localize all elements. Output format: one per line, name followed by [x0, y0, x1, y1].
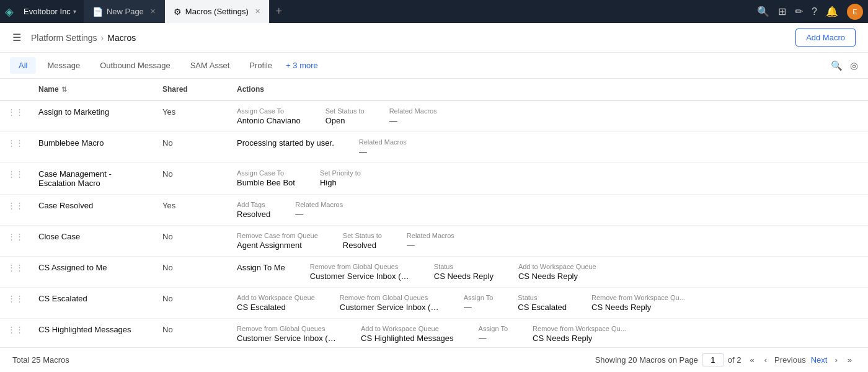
col-header-name[interactable]: Name ⇅ [31, 79, 155, 100]
table-filter-icon[interactable]: ◎ [850, 60, 858, 71]
action-value: Processing started by user. [237, 138, 334, 148]
action-group: StatusCS Needs Reply [434, 263, 494, 281]
page-input[interactable] [702, 353, 724, 366]
macro-actions-cell: Processing started by user.Related Macro… [229, 132, 868, 163]
action-label: Remove Case from Queue [237, 232, 318, 239]
drag-handle[interactable]: ⋮⋮ [0, 132, 31, 163]
action-group: Set Status toOpen [326, 107, 365, 125]
action-value: Customer Service Inbox (G... [310, 272, 409, 281]
prev-label: Previous [774, 355, 806, 365]
edit-icon[interactable]: ✏ [795, 6, 803, 17]
add-tab-button[interactable]: + [270, 0, 288, 23]
action-label: Remove from Workspace Qu... [533, 325, 626, 332]
drag-handle[interactable]: ⋮⋮ [0, 163, 31, 195]
filter-tab-more[interactable]: + 3 more [286, 61, 318, 70]
action-label: Assign Case To [237, 107, 301, 115]
tab-macros-settings[interactable]: ⚙ Macros (Settings) ✕ [165, 0, 270, 23]
action-value: CS Escalated [237, 303, 315, 312]
tab-new-page-icon: 📄 [92, 7, 103, 17]
table-row: ⋮⋮Case Management - Escalation MacroNoAs… [0, 163, 868, 195]
app-name-label: Evoltobor Inc [24, 7, 71, 16]
app-name-button[interactable]: Evoltobor Inc ▾ [19, 0, 81, 23]
action-value: High [320, 178, 361, 187]
action-group: Processing started by user. [237, 138, 334, 156]
action-label: Status [518, 294, 567, 301]
action-group: Assign To— [464, 294, 494, 312]
first-page-button[interactable]: « [746, 354, 758, 366]
action-group: Related Macros— [359, 138, 407, 156]
grid-icon[interactable]: ⊞ [778, 6, 786, 17]
tab-new-page-close-icon[interactable]: ✕ [150, 7, 156, 16]
col-header-actions: Actions [229, 79, 868, 100]
action-group: Set Status toResolved [343, 232, 382, 250]
action-group: Assign Case ToBumble Bee Bot [237, 169, 295, 187]
action-group: Add to Workspace QueueCS Highlighted Mes… [361, 325, 454, 343]
table-row: ⋮⋮Case ResolvedYesAdd TagsResolvedRelate… [0, 195, 868, 226]
macro-name-cell: Case Resolved [31, 195, 155, 226]
drag-handle[interactable]: ⋮⋮ [0, 100, 31, 132]
table-container: Name ⇅ Shared Actions ⋮⋮Assign to Market… [0, 79, 868, 347]
action-value: Open [326, 116, 365, 125]
breadcrumb: Platform Settings › Macros [31, 33, 136, 43]
drag-handle[interactable]: ⋮⋮ [0, 257, 31, 288]
macro-shared-cell: No [155, 257, 229, 288]
action-label: Related Macros [295, 201, 343, 208]
tab-macros-close-icon[interactable]: ✕ [255, 7, 260, 16]
drag-handle[interactable]: ⋮⋮ [0, 319, 31, 348]
action-group: Related Macros— [295, 201, 343, 219]
filter-tab-all[interactable]: All [10, 57, 36, 74]
action-group: Remove from Global QueuesCustomer Servic… [340, 294, 439, 312]
action-label: Add to Workspace Queue [237, 294, 315, 301]
tab-macros-label: Macros (Settings) [185, 7, 249, 16]
action-value: Resolved [343, 241, 382, 250]
table-row: ⋮⋮CS EscalatedNoAdd to Workspace QueueCS… [0, 288, 868, 319]
action-label: Status [434, 263, 494, 270]
action-group: Related Macros— [407, 232, 454, 250]
action-label: Related Macros [359, 138, 407, 146]
action-label: Set Status to [343, 232, 382, 239]
sort-icon: ⇅ [61, 86, 67, 94]
drag-handle[interactable]: ⋮⋮ [0, 195, 31, 226]
action-label: Add to Workspace Queue [518, 263, 596, 270]
filter-tab-outbound[interactable]: Outbound Message [91, 57, 179, 74]
table-search-icon[interactable]: 🔍 [831, 60, 843, 71]
action-label: Set Status to [326, 107, 365, 115]
next-page-button[interactable]: › [831, 354, 841, 366]
avatar[interactable]: E [847, 4, 863, 20]
app-name-chevron-icon: ▾ [73, 8, 76, 15]
action-value: Customer Service Inbox (G... [340, 303, 439, 312]
header-left: ☰ Platform Settings › Macros [12, 32, 136, 43]
drag-handle[interactable]: ⋮⋮ [0, 288, 31, 319]
action-group: Remove from Global QueuesCustomer Servic… [310, 263, 409, 281]
filter-tab-profile[interactable]: Profile [241, 57, 281, 74]
showing-label: Showing 20 Macros on Page [595, 355, 698, 365]
macro-shared-cell: No [155, 226, 229, 257]
macro-name-cell: CS Escalated [31, 288, 155, 319]
macro-shared-cell: No [155, 319, 229, 348]
table-row: ⋮⋮Assign to MarketingYesAssign Case ToAn… [0, 100, 868, 132]
bell-icon[interactable]: 🔔 [826, 6, 838, 17]
search-icon[interactable]: 🔍 [757, 6, 769, 17]
filter-tab-message[interactable]: Message [38, 57, 89, 74]
filter-tab-sam-asset[interactable]: SAM Asset [182, 57, 239, 74]
breadcrumb-current: Macros [107, 33, 136, 43]
action-value: Antonio Chaviano [237, 116, 301, 125]
drag-handle[interactable]: ⋮⋮ [0, 226, 31, 257]
action-value: — [407, 241, 454, 250]
action-label: Assign To [479, 325, 508, 332]
hamburger-icon[interactable]: ☰ [12, 32, 21, 43]
macro-actions-cell: Remove from Global QueuesCustomer Servic… [229, 319, 868, 348]
action-label: Remove from Global Queues [237, 325, 336, 332]
macro-actions-cell: Add to Workspace QueueCS EscalatedRemove… [229, 288, 868, 319]
prev-page-button[interactable]: ‹ [761, 354, 771, 366]
table-row: ⋮⋮CS Assigned to MeNoAssign To MeRemove … [0, 257, 868, 288]
add-macro-button[interactable]: Add Macro [795, 29, 856, 46]
action-label: Remove from Global Queues [340, 294, 439, 301]
action-value: — [389, 116, 437, 125]
macro-actions-cell: Assign To MeRemove from Global QueuesCus… [229, 257, 868, 288]
help-icon[interactable]: ? [812, 6, 817, 17]
action-value: Bumble Bee Bot [237, 178, 295, 187]
tab-new-page[interactable]: 📄 New Page ✕ [84, 0, 165, 23]
action-value: — [479, 334, 508, 343]
last-page-button[interactable]: » [844, 354, 856, 366]
